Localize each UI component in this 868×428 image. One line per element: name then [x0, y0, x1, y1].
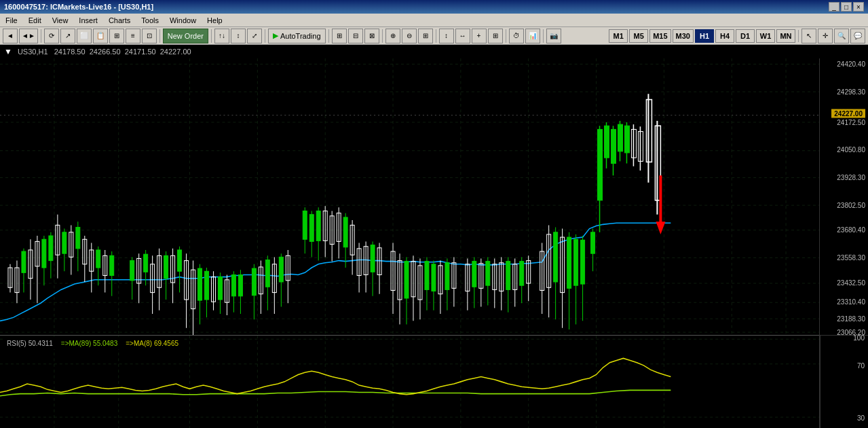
svg-rect-178: [574, 239, 578, 285]
tb-zoom-out[interactable]: ⊖: [402, 29, 417, 43]
svg-rect-150: [472, 262, 476, 287]
price-chart-svg: [0, 58, 819, 335]
menu-bar: File Edit View Insert Charts Tools Windo…: [0, 14, 868, 27]
new-order-button[interactable]: New Order: [163, 29, 208, 43]
tb-tool2[interactable]: ⊟: [348, 29, 363, 43]
menu-view[interactable]: View: [47, 14, 74, 26]
tb-screenshot[interactable]: 📷: [546, 29, 561, 43]
tf-sep: [798, 30, 799, 42]
tb-grid[interactable]: ⊞: [418, 29, 433, 43]
tf-m1[interactable]: M1: [609, 29, 628, 43]
tb-crosshair[interactable]: ✛: [818, 29, 833, 43]
svg-rect-58: [130, 261, 134, 281]
tf-d1[interactable]: D1: [736, 29, 755, 43]
title-bar: 1600047517: ICMarkets-Live16 - [US30,H1]…: [0, 0, 868, 14]
tb-cursor2[interactable]: ↔: [455, 29, 470, 43]
tb-comment[interactable]: 💬: [850, 29, 865, 43]
window-title: 1600047517: ICMarkets-Live16 - [US30,H1]: [4, 3, 153, 11]
price-label-1: 24420.40: [837, 60, 865, 68]
tb-sep4: [265, 29, 265, 43]
tf-m15[interactable]: M15: [649, 29, 671, 43]
tb-cursor1[interactable]: ↕: [439, 29, 454, 43]
svg-rect-132: [404, 262, 409, 298]
svg-rect-78: [198, 268, 202, 300]
rsi-scale-70: 70: [857, 361, 865, 369]
tb-trade1[interactable]: +: [472, 29, 487, 43]
tb-arrow3[interactable]: ⤢: [247, 29, 262, 43]
svg-rect-140: [432, 264, 436, 291]
svg-rect-30: [22, 251, 26, 272]
tb-arrow1[interactable]: ↑↓: [214, 29, 229, 43]
svg-rect-36: [42, 239, 46, 268]
svg-rect-186: [605, 126, 609, 158]
tb-btn5[interactable]: ⊞: [109, 29, 124, 43]
tb-prev[interactable]: ◄►: [19, 29, 38, 43]
menu-charts[interactable]: Charts: [103, 14, 136, 26]
tb-btn4[interactable]: 📋: [93, 29, 108, 43]
svg-rect-72: [178, 250, 182, 271]
tb-search[interactable]: 🔍: [834, 29, 849, 43]
price-label-2: 24298.30: [837, 88, 865, 95]
tb-arrow2[interactable]: ↕: [231, 29, 246, 43]
menu-help[interactable]: Help: [202, 14, 228, 26]
tb-btn6[interactable]: ≡: [126, 29, 140, 43]
tb-trade2[interactable]: ⊞: [488, 29, 503, 43]
tb-btn3[interactable]: ⬜: [77, 29, 92, 43]
svg-rect-92: [252, 268, 256, 296]
rsi-scale-100: 100: [853, 334, 865, 341]
menu-edit[interactable]: Edit: [23, 14, 47, 26]
tb-chart-type[interactable]: 📊: [525, 29, 540, 43]
rsi-panel[interactable]: RSI(5) 50.4311 =>MA(89) 55.0483 =>MA(8) …: [0, 335, 819, 428]
price-chart[interactable]: [0, 58, 819, 335]
svg-rect-0: [0, 58, 819, 335]
chart-info-bar: ▼ US30,H1 24178.50 24266.50 24171.50 242…: [0, 45, 868, 58]
price-label-10: 23310.40: [837, 298, 865, 306]
menu-tools[interactable]: Tools: [136, 14, 164, 26]
svg-rect-42: [62, 232, 67, 253]
svg-rect-204: [0, 336, 819, 428]
price-scale: 24420.40 24298.30 24227.00 24172.50 2405…: [819, 58, 868, 428]
tb-zoom-in[interactable]: ⊕: [385, 29, 400, 43]
tb-btn2[interactable]: ↗: [60, 29, 75, 43]
tf-mn[interactable]: MN: [776, 29, 795, 43]
svg-rect-46: [76, 228, 80, 249]
tb-btn7[interactable]: ⊡: [142, 29, 157, 43]
chart-expand-icon[interactable]: ▼: [4, 47, 12, 56]
close-button[interactable]: ×: [853, 2, 864, 12]
tf-m30[interactable]: M30: [673, 29, 694, 43]
chart-wrapper: RSI(5) 50.4311 =>MA(89) 55.0483 =>MA(8) …: [0, 58, 819, 428]
toolbar: ◄ ◄► ⟳ ↗ ⬜ 📋 ⊞ ≡ ⊡ New Order ↑↓ ↕ ⤢ ▶Aut…: [0, 27, 868, 45]
tb-sep2: [159, 29, 160, 43]
rsi-ma89: =>MA(89) 55.0483: [61, 340, 117, 347]
maximize-button[interactable]: □: [841, 2, 852, 12]
tb-btn1[interactable]: ⟳: [44, 29, 59, 43]
tb-tool3[interactable]: ⊠: [364, 29, 379, 43]
tb-clock[interactable]: ⏱: [509, 29, 524, 43]
autotrading-button[interactable]: ▶AutoTrading: [268, 29, 326, 43]
tb-new[interactable]: ◄: [3, 29, 18, 43]
svg-rect-188: [611, 129, 616, 163]
svg-rect-176: [567, 237, 571, 288]
minimize-button[interactable]: _: [829, 2, 839, 12]
tf-m5[interactable]: M5: [629, 29, 648, 43]
svg-rect-182: [591, 232, 595, 253]
svg-rect-184: [598, 129, 603, 200]
title-controls: _ □ ×: [829, 2, 864, 12]
menu-file[interactable]: File: [0, 14, 23, 26]
svg-rect-144: [445, 263, 449, 290]
price-label-5: 23928.30: [837, 174, 865, 181]
price-label-9: 23432.50: [837, 279, 865, 286]
tf-h1[interactable]: H1: [695, 29, 714, 43]
svg-rect-90: [238, 274, 242, 296]
svg-rect-190: [618, 124, 622, 151]
rsi-chart-svg: [0, 336, 819, 428]
menu-insert[interactable]: Insert: [73, 14, 103, 26]
tb-cursor-normal[interactable]: ↖: [801, 29, 816, 43]
menu-window[interactable]: Window: [164, 14, 202, 26]
svg-rect-96: [265, 260, 269, 287]
tf-w1[interactable]: W1: [756, 29, 775, 43]
tb-sep6: [382, 29, 383, 43]
tf-h4[interactable]: H4: [715, 29, 734, 43]
tb-tool1[interactable]: ⊞: [332, 29, 347, 43]
svg-rect-68: [164, 255, 168, 278]
